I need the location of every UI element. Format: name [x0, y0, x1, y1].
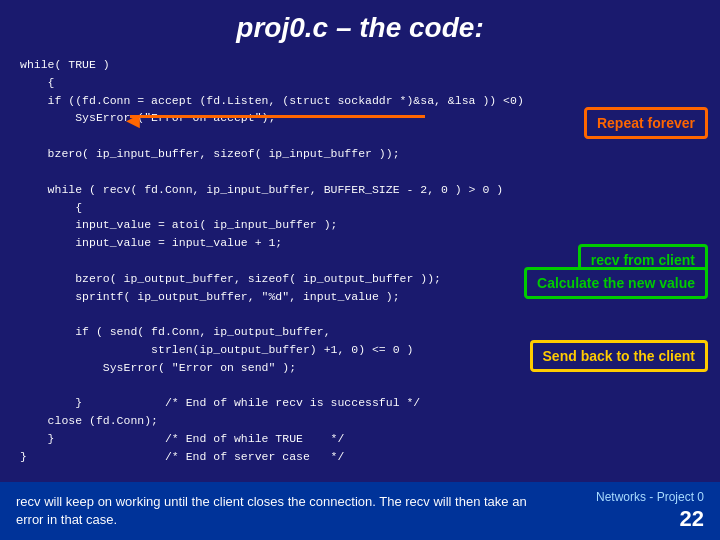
footer-page: 22	[680, 506, 704, 532]
code-line-1: while( TRUE )	[20, 58, 110, 71]
code-line-15: } /* End of while recv is successful */	[20, 396, 420, 409]
footer-right: Networks - Project 0 22	[596, 490, 704, 532]
code-line-9: input_value = input_value + 1;	[20, 236, 282, 249]
code-line-18: } /* End of server case */	[20, 450, 344, 463]
slide-title: proj0.c – the code:	[0, 0, 720, 52]
code-line-16: close (fd.Conn);	[20, 414, 158, 427]
calc-callout: Calculate the new value	[524, 267, 708, 299]
footer-course: Networks - Project 0	[596, 490, 704, 504]
code-line-12: if ( send( fd.Conn, ip_output_buffer,	[20, 325, 331, 338]
code-line-10: bzero( ip_output_buffer, sizeof( ip_outp…	[20, 272, 441, 285]
code-line-5: bzero( ip_input_buffer, sizeof( ip_input…	[20, 147, 400, 160]
code-line-2: {	[20, 76, 55, 89]
code-line-14: SysError( "Error on send" );	[20, 361, 296, 374]
title-text: proj0.c – the code:	[236, 12, 483, 43]
footer: recv will keep on working until the clie…	[0, 482, 720, 540]
repeat-callout: Repeat forever	[584, 107, 708, 139]
code-line-8: input_value = atoi( ip_input_buffer );	[20, 218, 337, 231]
code-line-13: strlen(ip_output_buffer) +1, 0) <= 0 )	[20, 343, 413, 356]
code-line-7: {	[20, 201, 82, 214]
code-line-3: if ((fd.Conn = accept (fd.Listen, (struc…	[20, 94, 524, 107]
slide: proj0.c – the code: ◀ Repeat forever rec…	[0, 0, 720, 540]
repeat-arrow-line	[130, 115, 425, 118]
code-line-11: sprintf( ip_output_buffer, "%d", input_v…	[20, 290, 400, 303]
code-line-17: } /* End of while TRUE */	[20, 432, 344, 445]
code-line-6: while ( recv( fd.Conn, ip_input_buffer, …	[20, 183, 503, 196]
send-callout: Send back to the client	[530, 340, 708, 372]
footer-description: recv will keep on working until the clie…	[16, 493, 556, 529]
repeat-arrow-head: ◀	[126, 109, 140, 131]
content-area: ◀ Repeat forever recv from client Calcul…	[0, 52, 720, 482]
